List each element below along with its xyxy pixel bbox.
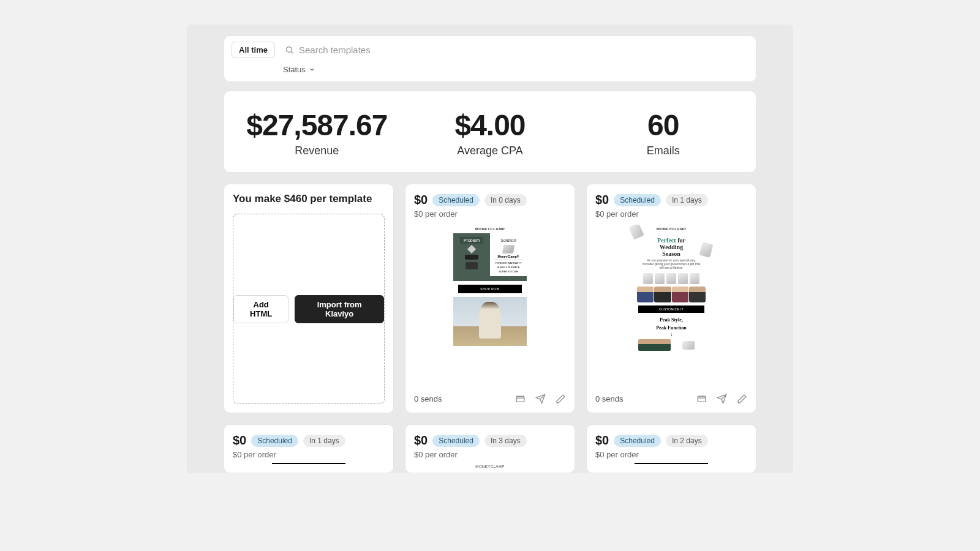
email-preview bbox=[272, 463, 345, 464]
stat-cpa: $4.00 Average CPA bbox=[404, 108, 577, 157]
create-template-card: You make $460 per template Add HTML Impo… bbox=[224, 184, 394, 413]
status-badge: Scheduled bbox=[614, 194, 661, 206]
template-card[interactable]: $0 Scheduled In 0 days $0 per order MONE… bbox=[405, 184, 575, 413]
email-preview bbox=[635, 463, 708, 464]
svg-rect-4 bbox=[698, 396, 706, 402]
svg-rect-2 bbox=[516, 396, 524, 402]
card-icon[interactable] bbox=[696, 394, 707, 404]
email-preview: MONEYCLAMP bbox=[453, 463, 527, 468]
days-badge: In 2 days bbox=[666, 435, 708, 447]
import-klaviyo-button[interactable]: Import from Klaviyo bbox=[295, 295, 384, 323]
svg-point-0 bbox=[286, 47, 292, 53]
edit-icon[interactable] bbox=[556, 394, 566, 404]
status-label: Status bbox=[283, 65, 306, 74]
send-icon[interactable] bbox=[717, 394, 727, 404]
template-card[interactable]: $0 Scheduled In 3 days $0 per order MONE… bbox=[405, 424, 575, 473]
per-order-text: $0 per order bbox=[595, 209, 747, 219]
per-order-text: $0 per order bbox=[414, 209, 566, 219]
template-card[interactable]: $0 Scheduled In 2 days $0 per order bbox=[586, 424, 756, 473]
card-amount: $0 bbox=[414, 193, 428, 207]
chevron-down-icon bbox=[309, 66, 315, 73]
emails-value: 60 bbox=[576, 108, 750, 142]
days-badge: In 1 days bbox=[303, 435, 345, 447]
days-badge: In 3 days bbox=[484, 435, 527, 447]
search-input[interactable] bbox=[299, 45, 746, 55]
days-badge: In 1 days bbox=[666, 194, 708, 206]
status-badge: Scheduled bbox=[432, 435, 480, 447]
cpa-value: $4.00 bbox=[404, 108, 577, 142]
emails-label: Emails bbox=[576, 144, 750, 157]
solution-tab: Solution bbox=[497, 237, 519, 244]
per-order-text: $0 per order bbox=[595, 450, 747, 459]
filter-bar: All time Status bbox=[224, 36, 756, 82]
search-icon bbox=[285, 45, 294, 54]
edit-icon[interactable] bbox=[737, 394, 747, 404]
card-amount: $0 bbox=[233, 433, 246, 448]
add-html-button[interactable]: Add HTML bbox=[233, 295, 288, 323]
per-order-text: $0 per order bbox=[414, 450, 566, 459]
preview-logo: MONEYCLAMP bbox=[635, 225, 708, 233]
svg-line-1 bbox=[291, 51, 293, 53]
revenue-label: Revenue bbox=[230, 144, 404, 157]
template-card[interactable]: $0 Scheduled In 1 days $0 per order MONE… bbox=[586, 184, 756, 413]
card-amount: $0 bbox=[595, 193, 609, 207]
card-amount: $0 bbox=[414, 433, 428, 448]
status-dropdown[interactable]: Status bbox=[279, 62, 319, 77]
email-preview: MONEYCLAMP Problem Solution MoneyClamp® … bbox=[414, 225, 566, 388]
create-card-title: You make $460 per template bbox=[233, 193, 385, 205]
card-amount: $0 bbox=[595, 433, 609, 448]
stats-panel: $27,587.67 Revenue $4.00 Average CPA 60 … bbox=[224, 91, 756, 173]
shop-now-button: SHOP NOW bbox=[458, 285, 522, 293]
status-badge: Scheduled bbox=[432, 194, 480, 206]
preview-logo: MONEYCLAMP bbox=[453, 225, 527, 233]
card-icon[interactable] bbox=[515, 394, 526, 404]
days-badge: In 0 days bbox=[484, 194, 527, 206]
status-badge: Scheduled bbox=[614, 435, 661, 447]
stat-revenue: $27,587.67 Revenue bbox=[230, 108, 404, 157]
per-order-text: $0 per order bbox=[233, 450, 385, 459]
time-range-pill[interactable]: All time bbox=[232, 42, 275, 58]
problem-tab: Problem bbox=[460, 237, 483, 244]
sends-count: 0 sends bbox=[595, 394, 624, 403]
email-preview: MONEYCLAMP Perfect for Wedding Season As… bbox=[595, 225, 747, 388]
stat-emails: 60 Emails bbox=[576, 108, 750, 157]
revenue-value: $27,587.67 bbox=[230, 108, 404, 142]
customize-button: CUSTOMIZE IT bbox=[638, 305, 704, 313]
search-field[interactable] bbox=[282, 41, 748, 59]
dropzone[interactable]: Add HTML Import from Klaviyo bbox=[233, 214, 385, 404]
sends-count: 0 sends bbox=[414, 394, 442, 403]
template-card[interactable]: $0 Scheduled In 1 days $0 per order bbox=[224, 424, 394, 473]
send-icon[interactable] bbox=[535, 394, 546, 404]
cpa-label: Average CPA bbox=[404, 144, 577, 157]
status-badge: Scheduled bbox=[251, 435, 298, 447]
